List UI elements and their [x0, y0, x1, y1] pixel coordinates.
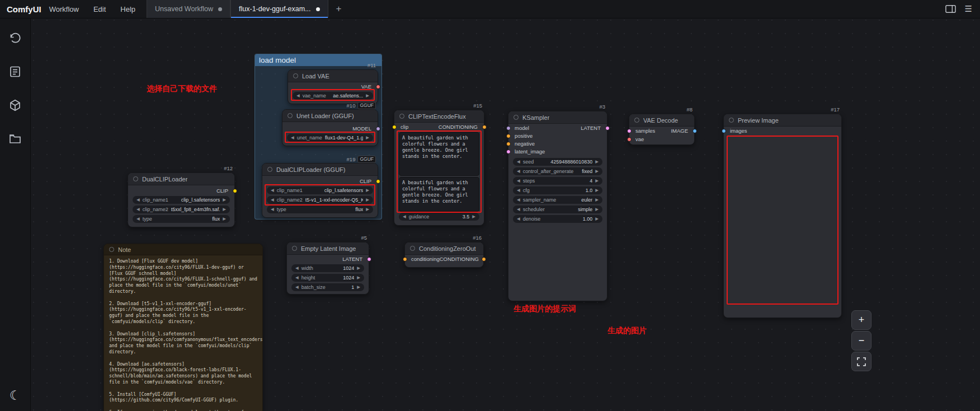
output-slot-clip[interactable]	[233, 189, 237, 193]
prev-arrow-icon[interactable]: ◀	[296, 94, 300, 98]
collapse-dot-icon[interactable]	[513, 115, 519, 120]
node-header[interactable]: CLIPTextEncodeFlux	[394, 110, 484, 123]
output-slot-image[interactable]	[692, 129, 697, 133]
widget-sampler-name[interactable]: ◀ sampler_name euler ▶	[513, 196, 602, 204]
prev-arrow-icon[interactable]: ◀	[271, 198, 274, 202]
node-header[interactable]: KSampler	[508, 111, 607, 124]
widget-clip-name1[interactable]: ◀ clip_name1 clip_l.safetensors ▶	[133, 196, 230, 204]
node-vae-decode[interactable]: #8 VAE Decode samples IMAGE vae	[629, 114, 695, 145]
collapse-dot-icon[interactable]	[288, 113, 293, 118]
node-load-vae[interactable]: #11 Load VAE VAE ◀ vae_name ae.safetens.…	[288, 69, 378, 104]
next-arrow-icon[interactable]: ▶	[223, 207, 226, 212]
prev-arrow-icon[interactable]: ◀	[403, 214, 406, 219]
next-arrow-icon[interactable]: ▶	[366, 207, 369, 212]
node-dualcliploader[interactable]: #12 DualCLIPLoader CLIP ◀ clip_name1 cli…	[128, 172, 235, 227]
collapse-dot-icon[interactable]	[634, 118, 639, 123]
prev-arrow-icon[interactable]: ◀	[136, 198, 140, 202]
output-slot-latent[interactable]	[367, 257, 371, 261]
prev-arrow-icon[interactable]: ◀	[517, 179, 520, 183]
next-arrow-icon[interactable]: ▶	[366, 94, 369, 98]
input-slot-clip[interactable]	[392, 125, 397, 129]
input-slot-latent-image[interactable]	[506, 150, 511, 154]
input-slot-samples[interactable]	[627, 129, 632, 133]
prev-arrow-icon[interactable]: ◀	[136, 217, 140, 221]
node-header[interactable]: Unet Loader (GGUF)	[282, 110, 378, 122]
queue-icon[interactable]	[8, 64, 22, 79]
node-header[interactable]: Empty Latent Image	[287, 242, 369, 255]
widget-height[interactable]: ◀ height 1024 ▶	[291, 274, 364, 282]
widget-unet-name[interactable]: ◀ unet_name flux1-dev-Q4_1.gguf ▶	[287, 134, 373, 142]
hamburger-menu-icon[interactable]: ☰	[965, 4, 972, 14]
zoom-out-button[interactable]: −	[851, 331, 871, 351]
input-slot-vae[interactable]	[627, 137, 632, 142]
collapse-dot-icon[interactable]	[267, 167, 272, 172]
output-slot-conditioning[interactable]	[482, 257, 486, 261]
widget-batch-size[interactable]: ◀ batch_size 1 ▶	[291, 283, 364, 291]
group-header[interactable]: load model	[255, 54, 381, 66]
prev-arrow-icon[interactable]: ◀	[295, 285, 299, 289]
workflows-folder-icon[interactable]	[8, 132, 22, 146]
node-dualcliploader-gguf[interactable]: #19 GGUF DualCLIPLoader (GGUF) CLIP ◀ cl…	[262, 163, 378, 218]
prev-arrow-icon[interactable]: ◀	[517, 169, 520, 174]
widget-clip-name2[interactable]: ◀ clip_name2 t5-v1_1-xxl-encoder-Q5_K...…	[267, 196, 373, 204]
tab-flux-gguf-workflow[interactable]: flux-1-dev-gguf-exam...	[230, 0, 328, 18]
prev-arrow-icon[interactable]: ◀	[517, 198, 520, 202]
output-slot-latent[interactable]	[605, 126, 610, 130]
next-arrow-icon[interactable]: ▶	[595, 217, 599, 221]
node-note[interactable]: Note 1. Download [Flux GGUF dev model](h…	[103, 244, 263, 411]
prompt-textarea-clip-l[interactable]: A beautiful garden with colorful flowers…	[399, 132, 479, 176]
node-preview-image[interactable]: #17 Preview Image images	[723, 114, 842, 318]
collapse-dot-icon[interactable]	[133, 176, 138, 181]
next-arrow-icon[interactable]: ▶	[366, 198, 369, 202]
node-cliptextencodeflux[interactable]: #15 CLIPTextEncodeFlux clip CONDITIONING…	[394, 110, 484, 226]
next-arrow-icon[interactable]: ▶	[595, 207, 599, 212]
prev-arrow-icon[interactable]: ◀	[295, 275, 299, 280]
input-slot-model[interactable]	[506, 126, 511, 130]
next-arrow-icon[interactable]: ▶	[357, 275, 360, 280]
next-arrow-icon[interactable]: ▶	[366, 188, 369, 193]
next-arrow-icon[interactable]: ▶	[366, 136, 369, 140]
collapse-dot-icon[interactable]	[399, 114, 404, 119]
prev-arrow-icon[interactable]: ◀	[517, 217, 520, 221]
prompt-textarea-t5xxl[interactable]: A beautiful garden with colorful flowers…	[399, 177, 479, 212]
collapse-dot-icon[interactable]	[729, 118, 734, 123]
collapse-dot-icon[interactable]	[292, 246, 297, 251]
widget-width[interactable]: ◀ width 1024 ▶	[291, 264, 364, 272]
node-header[interactable]: DualCLIPLoader	[128, 173, 234, 185]
widget-control-after-generate[interactable]: ◀ control_after_generate fixed ▶	[513, 167, 602, 175]
widget-steps[interactable]: ◀ steps 4 ▶	[513, 177, 602, 185]
toggle-panel-icon[interactable]	[945, 4, 956, 13]
next-arrow-icon[interactable]: ▶	[595, 188, 599, 193]
prev-arrow-icon[interactable]: ◀	[271, 188, 274, 193]
next-arrow-icon[interactable]: ▶	[472, 214, 475, 219]
prev-arrow-icon[interactable]: ◀	[271, 207, 274, 212]
next-arrow-icon[interactable]: ▶	[223, 198, 226, 202]
prev-arrow-icon[interactable]: ◀	[517, 188, 520, 193]
output-slot-vae[interactable]	[376, 85, 380, 89]
model-library-icon[interactable]	[8, 98, 22, 113]
prev-arrow-icon[interactable]: ◀	[295, 266, 299, 270]
collapse-dot-icon[interactable]	[293, 73, 298, 78]
prev-arrow-icon[interactable]: ◀	[291, 136, 294, 140]
prev-arrow-icon[interactable]: ◀	[517, 160, 520, 164]
widget-clip-name2[interactable]: ◀ clip_name2 t5xxl_fp8_e4m3fn.saf... ▶	[133, 206, 230, 213]
next-arrow-icon[interactable]: ▶	[357, 266, 360, 270]
input-slot-conditioning[interactable]	[403, 257, 407, 261]
node-header[interactable]: Note	[104, 244, 262, 255]
collapse-dot-icon[interactable]	[109, 247, 114, 252]
output-slot-model[interactable]	[376, 127, 380, 131]
widget-seed[interactable]: ◀ seed 425948886010830 ▶	[513, 158, 602, 166]
zoom-in-button[interactable]: +	[851, 310, 871, 330]
note-text[interactable]: 1. Download [Flux GGUF dev model](https:…	[104, 255, 262, 411]
node-header[interactable]: Preview Image	[724, 114, 841, 127]
theme-toggle-moon-icon[interactable]: ☾	[10, 388, 21, 403]
node-canvas[interactable]: load model #11 Load VAE VAE ◀ v	[0, 0, 980, 411]
next-arrow-icon[interactable]: ▶	[595, 169, 599, 174]
tab-unsaved-workflow[interactable]: Unsaved Workflow	[147, 0, 230, 18]
prev-arrow-icon[interactable]: ◀	[136, 207, 140, 212]
node-header[interactable]: VAE Decode	[629, 114, 694, 127]
next-arrow-icon[interactable]: ▶	[595, 198, 599, 202]
prev-arrow-icon[interactable]: ◀	[517, 207, 520, 212]
widget-guidance[interactable]: ◀ guidance 3.5 ▶	[399, 213, 479, 221]
menu-edit[interactable]: Edit	[93, 5, 106, 13]
